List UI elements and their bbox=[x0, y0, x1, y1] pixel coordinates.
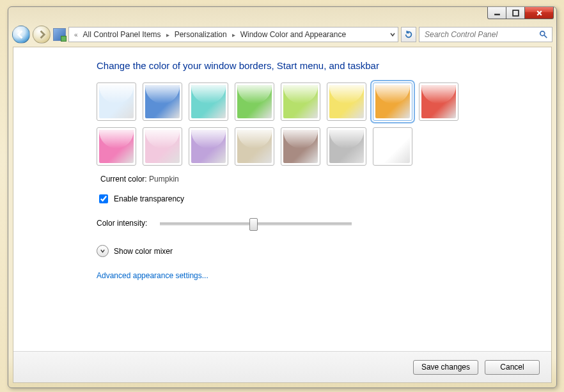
enable-transparency-row[interactable]: Enable transparency bbox=[97, 192, 538, 205]
current-color-row: Current color: Pumpkin bbox=[100, 175, 538, 184]
refresh-button[interactable] bbox=[401, 27, 416, 42]
maximize-button[interactable] bbox=[506, 7, 525, 19]
search-input[interactable] bbox=[423, 29, 528, 40]
breadcrumb-current[interactable]: Window Color and Appearance bbox=[240, 30, 346, 39]
close-button[interactable] bbox=[524, 7, 554, 19]
enable-transparency-checkbox[interactable] bbox=[99, 194, 108, 203]
back-arrow-icon bbox=[17, 30, 26, 39]
current-color-label: Current color: bbox=[100, 175, 147, 184]
color-swatch-fuchsia[interactable] bbox=[97, 127, 136, 166]
search-icon bbox=[539, 30, 548, 39]
breadcrumb-root[interactable]: All Control Panel Items bbox=[83, 30, 161, 39]
show-color-mixer-toggle[interactable]: Show color mixer bbox=[97, 245, 538, 257]
color-swatch-leaf[interactable] bbox=[235, 82, 274, 121]
breadcrumb-personalization[interactable]: Personalization bbox=[175, 30, 227, 39]
title-bar[interactable] bbox=[8, 7, 556, 25]
search-box[interactable] bbox=[419, 27, 552, 42]
forward-arrow-icon bbox=[37, 30, 46, 39]
content-pane: Change the color of your window borders,… bbox=[13, 47, 552, 383]
color-swatch-violet[interactable] bbox=[189, 127, 228, 166]
show-color-mixer-label: Show color mixer bbox=[114, 247, 173, 256]
svg-rect-1 bbox=[513, 10, 519, 16]
color-swatch-chocolate[interactable] bbox=[281, 127, 320, 166]
color-intensity-label: Color intensity: bbox=[97, 219, 147, 228]
expander-circle bbox=[97, 245, 109, 257]
color-swatch-slate[interactable] bbox=[327, 127, 366, 166]
chevron-down-icon bbox=[390, 32, 395, 37]
chevron-right-icon: ▸ bbox=[164, 31, 172, 38]
color-swatch-frost[interactable] bbox=[373, 127, 412, 166]
advanced-appearance-link[interactable]: Advanced appearance settings... bbox=[97, 271, 538, 280]
color-swatch-ruby[interactable] bbox=[419, 82, 458, 121]
enable-transparency-label: Enable transparency bbox=[114, 194, 184, 203]
chevron-right-icon: ▸ bbox=[230, 31, 238, 38]
color-swatch-sun[interactable] bbox=[327, 82, 366, 121]
breadcrumb[interactable]: « All Control Panel Items ▸ Personalizat… bbox=[68, 27, 398, 42]
minimize-icon bbox=[494, 10, 501, 17]
color-swatch-lime[interactable] bbox=[281, 82, 320, 121]
slider-thumb[interactable] bbox=[249, 218, 258, 231]
back-button[interactable] bbox=[12, 26, 30, 43]
color-swatch-grid bbox=[97, 82, 480, 166]
svg-point-4 bbox=[540, 31, 545, 36]
breadcrumb-overflow-chevrons-icon[interactable]: « bbox=[72, 31, 81, 38]
save-changes-button[interactable]: Save changes bbox=[413, 360, 478, 375]
navigation-bar: « All Control Panel Items ▸ Personalizat… bbox=[8, 25, 556, 44]
cancel-button[interactable]: Cancel bbox=[485, 360, 540, 375]
minimize-button[interactable] bbox=[487, 7, 506, 19]
color-intensity-row: Color intensity: bbox=[97, 217, 538, 230]
content-inner: Change the color of your window borders,… bbox=[13, 47, 551, 344]
breadcrumb-dropdown[interactable] bbox=[390, 32, 395, 37]
forward-button[interactable] bbox=[33, 26, 51, 43]
color-swatch-sea[interactable] bbox=[189, 82, 228, 121]
caption-buttons bbox=[488, 7, 554, 19]
control-panel-icon[interactable] bbox=[53, 28, 66, 41]
close-icon bbox=[536, 10, 543, 17]
page-title: Change the color of your window borders,… bbox=[97, 60, 538, 71]
color-swatch-twilight[interactable] bbox=[143, 82, 182, 121]
color-swatch-sky[interactable] bbox=[97, 82, 136, 121]
current-color-value: Pumpkin bbox=[149, 175, 179, 184]
footer-bar: Save changes Cancel bbox=[13, 351, 551, 382]
window-frame: « All Control Panel Items ▸ Personalizat… bbox=[8, 6, 557, 388]
svg-line-5 bbox=[544, 35, 547, 38]
refresh-icon bbox=[404, 30, 413, 39]
color-intensity-slider[interactable] bbox=[160, 217, 352, 230]
color-swatch-taupe[interactable] bbox=[235, 127, 274, 166]
maximize-icon bbox=[512, 10, 519, 17]
chevron-down-icon bbox=[100, 248, 106, 254]
color-swatch-blush[interactable] bbox=[143, 127, 182, 166]
color-swatch-pumpkin[interactable] bbox=[373, 82, 412, 121]
